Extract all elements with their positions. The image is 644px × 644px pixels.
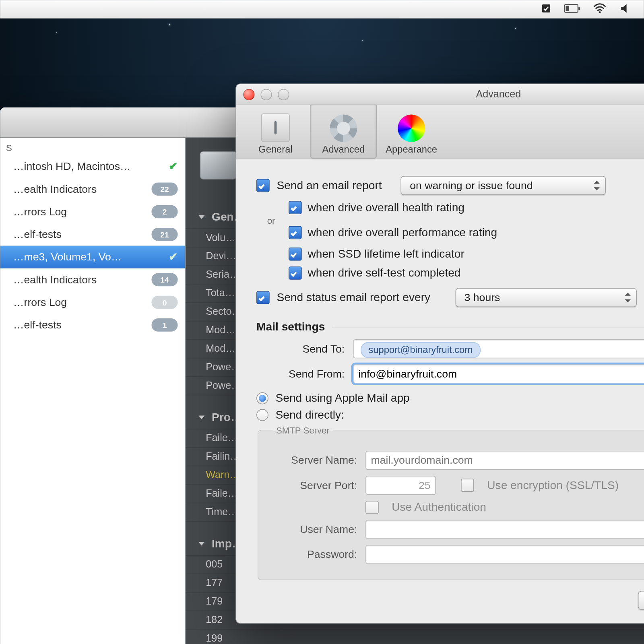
prefs-toolbar: General Advanced Appearance bbox=[236, 105, 644, 159]
cond-label: when drive overall health rating bbox=[308, 201, 644, 214]
radio-label: Send using Apple Mail app bbox=[275, 392, 409, 405]
drive-icon bbox=[200, 151, 237, 180]
radio-label: Send directly: bbox=[275, 409, 344, 422]
wifi-icon[interactable] bbox=[592, 3, 607, 15]
mail-settings-head: Mail settings bbox=[256, 320, 644, 334]
general-icon bbox=[261, 114, 290, 142]
send-from-label: Send From: bbox=[256, 367, 345, 380]
cond-selftest-checkbox[interactable] bbox=[289, 266, 302, 280]
smtp-server-field[interactable] bbox=[365, 451, 644, 470]
ssl-checkbox[interactable] bbox=[461, 479, 474, 492]
auth-label: Use Authentication bbox=[392, 501, 486, 514]
report-trigger-select[interactable]: on warning or issue found bbox=[401, 176, 606, 195]
sidebar-item-selftests[interactable]: …elf-tests21 bbox=[0, 223, 185, 246]
sidebar-item-drive[interactable]: …me3, Volume1, Vo…✔ bbox=[0, 246, 185, 268]
sidebar-item-drive[interactable]: …intosh HD, Macintos…✔ bbox=[0, 155, 185, 178]
smtp-port-field[interactable] bbox=[365, 476, 436, 495]
sidebar-group-head: S bbox=[0, 138, 185, 155]
cond-label: when SSD lifetime left indicator bbox=[308, 248, 644, 261]
check-icon: ✔ bbox=[169, 160, 178, 173]
send-report-label: Send an email report bbox=[277, 179, 382, 192]
ssl-label: Use encryption (SSL/TLS) bbox=[487, 479, 619, 492]
color-wheel-icon bbox=[398, 115, 425, 142]
attr-row: 199 bbox=[186, 630, 644, 644]
send-report-checkbox[interactable] bbox=[256, 179, 270, 192]
traffic-lights bbox=[244, 89, 289, 100]
smtp-user-field[interactable] bbox=[365, 520, 644, 539]
count-badge: 21 bbox=[151, 228, 178, 241]
send-test-email-button[interactable]: Send Test Email bbox=[638, 591, 644, 610]
or-label: or bbox=[267, 215, 275, 225]
cond-performance-checkbox[interactable] bbox=[289, 226, 302, 239]
send-from-field[interactable] bbox=[353, 364, 644, 383]
menubar bbox=[0, 0, 644, 19]
battery-icon[interactable] bbox=[564, 3, 580, 15]
window-title: Advanced bbox=[476, 88, 521, 100]
svg-point-4 bbox=[599, 11, 601, 13]
status-every-label: Send status email report every bbox=[277, 291, 430, 304]
smtp-group: SMTP Server Server Name: Server Port:Use… bbox=[258, 425, 644, 580]
svg-rect-3 bbox=[566, 5, 569, 11]
menu-extra-icon[interactable] bbox=[540, 3, 552, 15]
check-icon: ✔ bbox=[169, 250, 178, 264]
drive-sidebar: S …intosh HD, Macintos…✔ …ealth Indicato… bbox=[0, 138, 186, 644]
send-apple-mail-radio[interactable] bbox=[256, 392, 268, 405]
sidebar-item-health[interactable]: …ealth Indicators14 bbox=[0, 268, 185, 291]
tab-advanced[interactable]: Advanced bbox=[310, 103, 377, 159]
tab-appearance[interactable]: Appearance bbox=[378, 103, 445, 159]
preferences-window: Advanced General Advanced Appearance Sen… bbox=[235, 84, 644, 624]
send-directly-radio[interactable] bbox=[256, 409, 268, 421]
volume-icon[interactable] bbox=[619, 3, 634, 15]
smtp-password-field[interactable] bbox=[365, 545, 644, 564]
sidebar-item-health[interactable]: …ealth Indicators22 bbox=[0, 178, 185, 200]
gear-icon bbox=[330, 115, 357, 142]
status-interval-select[interactable]: 3 hours bbox=[455, 288, 636, 307]
sidebar-item-errors[interactable]: …rrors Log0 bbox=[0, 291, 185, 314]
minimize-button[interactable] bbox=[260, 89, 272, 100]
close-button[interactable] bbox=[244, 89, 255, 100]
count-badge: 2 bbox=[151, 205, 178, 219]
send-to-label: Send To: bbox=[256, 343, 345, 355]
status-every-checkbox[interactable] bbox=[256, 291, 270, 304]
cond-label: when drive overall performance rating bbox=[308, 226, 644, 239]
svg-rect-2 bbox=[578, 6, 580, 10]
tab-general[interactable]: General bbox=[242, 103, 309, 159]
sidebar-item-errors[interactable]: …rrors Log2 bbox=[0, 200, 185, 223]
count-badge: 22 bbox=[151, 182, 178, 196]
cond-ssd-checkbox[interactable] bbox=[289, 248, 302, 261]
count-badge: 14 bbox=[151, 273, 178, 287]
cond-health-checkbox[interactable] bbox=[289, 201, 302, 214]
send-to-field[interactable]: support@binaryfruit.com bbox=[353, 339, 644, 358]
count-badge: 0 bbox=[151, 296, 178, 309]
zoom-button[interactable] bbox=[278, 89, 289, 100]
sidebar-item-selftests[interactable]: …elf-tests1 bbox=[0, 314, 185, 336]
recipient-token[interactable]: support@binaryfruit.com bbox=[361, 342, 480, 358]
cond-label: when drive self-test completed bbox=[308, 266, 460, 280]
prefs-titlebar[interactable]: Advanced bbox=[236, 84, 644, 105]
auth-checkbox[interactable] bbox=[365, 501, 379, 514]
count-badge: 1 bbox=[151, 318, 178, 332]
smtp-legend: SMTP Server bbox=[272, 425, 333, 435]
